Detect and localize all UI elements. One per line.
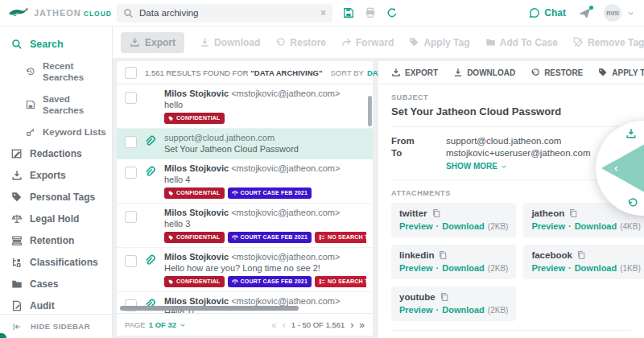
preview-link[interactable]: Preview <box>399 221 433 231</box>
radial-collapse-chevron-icon[interactable]: ‹ <box>614 162 617 174</box>
email-subject: Set Your Jatheon Cloud Password <box>164 144 299 155</box>
row-checkbox[interactable] <box>125 167 137 179</box>
attachment-size: (4KB) <box>620 222 641 231</box>
add-to-case-button[interactable]: Add To Case <box>485 37 558 48</box>
detail-restore-button[interactable]: RESTORE <box>530 68 583 77</box>
notification-dot <box>589 6 593 10</box>
row-checkbox[interactable] <box>125 211 137 223</box>
attachment-card: linkedin Preview · Download (2KB) <box>391 245 516 279</box>
tag-pill-confidential: CONFIDENTIAL <box>164 113 225 124</box>
select-all-checkbox[interactable] <box>125 67 137 79</box>
link-separator: · <box>568 263 572 273</box>
sidebar-item-personal-tags[interactable]: Personal Tags <box>11 192 112 203</box>
restore-button[interactable]: Restore <box>275 37 326 48</box>
attachments-label: ATTACHMENTS <box>391 189 631 197</box>
detail-apply-tag-button[interactable]: APPLY TAG <box>598 68 644 77</box>
restore-icon <box>275 37 286 47</box>
history-icon <box>26 67 35 76</box>
preview-link[interactable]: Preview <box>531 221 565 231</box>
remove-tag-button[interactable]: Remove Tag <box>573 37 644 48</box>
email-list: Milos Stojkovic <mstojkovic@jatheon.com>… <box>117 84 373 313</box>
floppy-icon <box>26 100 35 109</box>
email-row[interactable]: support@cloud.jatheon.com Set Your Jathe… <box>117 129 373 159</box>
row-checkbox[interactable] <box>125 92 137 104</box>
email-summary: support@cloud.jatheon.com Set Your Jathe… <box>164 133 299 155</box>
email-sender: Milos Stojkovic <mstojkovic@jatheon.com> <box>164 252 366 263</box>
jatheon-logo[interactable]: JATHEONCLOUD <box>0 6 117 19</box>
prev-page-button[interactable]: ‹ <box>283 321 286 329</box>
export-button[interactable]: Export <box>121 32 184 53</box>
search-input[interactable] <box>139 8 315 18</box>
download-link[interactable]: Download <box>442 305 485 315</box>
detail-actions: EXPORT DOWNLOAD RESTORE APPLY TAG ··· MO… <box>378 61 644 84</box>
redact-icon <box>11 148 23 159</box>
email-subject: hello 4 <box>164 175 340 186</box>
email-row[interactable]: Milos Stojkovic <mstojkovic@jatheon.com>… <box>117 248 373 292</box>
radial-download-icon[interactable] <box>625 128 637 139</box>
paper-plane-icon[interactable] <box>578 7 592 19</box>
horizontal-scrollbar[interactable] <box>120 306 299 311</box>
link-separator: · <box>436 263 440 273</box>
copy-icon[interactable] <box>576 250 586 260</box>
download-icon <box>200 37 210 47</box>
sidebar-item-redactions[interactable]: Redactions <box>11 148 112 159</box>
sidebar-item-exports[interactable]: Exports <box>11 170 112 181</box>
hide-sidebar-button[interactable]: HIDE SIDEBAR <box>0 314 112 338</box>
subject-label: SUBJECT <box>391 93 631 101</box>
row-checkbox[interactable] <box>125 255 137 267</box>
search-icon <box>123 8 134 19</box>
folder-icon <box>485 37 496 47</box>
copy-icon[interactable] <box>440 292 449 302</box>
download-button[interactable]: Download <box>200 37 260 48</box>
copy-icon[interactable] <box>438 250 448 260</box>
forward-icon <box>341 37 352 47</box>
subject-value: Set Your Jatheon Cloud Password <box>391 105 631 117</box>
folder-icon <box>11 278 23 290</box>
download-link[interactable]: Download <box>575 221 617 231</box>
chat-button[interactable]: Chat <box>529 7 566 19</box>
save-search-icon[interactable] <box>343 7 354 19</box>
sidebar-item-audit[interactable]: Audit <box>11 300 112 311</box>
next-page-button[interactable]: › <box>350 321 353 329</box>
account-chevron-down-icon[interactable] <box>627 10 634 17</box>
vertical-scrollbar[interactable] <box>368 96 372 126</box>
sidebar-item-legal-hold[interactable]: Legal Hold <box>11 213 112 225</box>
attachment-size: (2KB) <box>488 222 509 231</box>
preview-link[interactable]: Preview <box>399 305 433 315</box>
download-link[interactable]: Download <box>442 221 485 231</box>
sidebar-item-keyword-lists[interactable]: Keyword Lists <box>26 126 112 138</box>
detail-download-button[interactable]: DOWNLOAD <box>453 68 515 77</box>
first-page-button[interactable]: « <box>271 321 277 329</box>
print-icon[interactable] <box>365 7 376 19</box>
tag-icon <box>409 37 419 47</box>
copy-icon[interactable] <box>568 208 578 218</box>
preview-link[interactable]: Preview <box>399 263 433 273</box>
detail-export-button[interactable]: EXPORT <box>391 68 438 77</box>
email-row[interactable]: Milos Stojkovic <mstojkovic@jatheon.com>… <box>117 159 373 204</box>
sidebar-item-search[interactable]: Search <box>11 39 112 50</box>
download-link[interactable]: Download <box>442 263 485 273</box>
radial-restore-icon[interactable] <box>627 197 638 208</box>
sidebar-item-retention[interactable]: Retention <box>11 235 112 246</box>
sidebar-item-classifications[interactable]: Classifications <box>11 257 112 268</box>
email-row[interactable]: Milos Stojkovic <mstojkovic@jatheon.com>… <box>117 204 373 248</box>
link-separator: · <box>436 221 440 231</box>
row-checkbox[interactable] <box>125 136 137 148</box>
download-link[interactable]: Download <box>575 263 617 273</box>
copy-icon[interactable] <box>431 208 441 218</box>
sidebar-item-recent-searches[interactable]: Recent Searches <box>26 60 112 83</box>
apply-tag-button[interactable]: Apply Tag <box>409 37 469 48</box>
sidebar-item-saved-searches[interactable]: Saved Searches <box>26 93 112 116</box>
page-selector[interactable]: PAGE 1 OF 32 <box>125 320 186 329</box>
avatar[interactable]: mm <box>604 4 621 22</box>
email-subject: hello <box>164 100 340 111</box>
tag-pill-court: COURT CASE FEB 2021 <box>228 232 312 243</box>
last-page-button[interactable]: » <box>359 321 365 329</box>
email-row[interactable]: Milos Stojkovic <mstojkovic@jatheon.com>… <box>117 84 373 129</box>
search-box[interactable]: × <box>117 4 332 23</box>
clear-search-icon[interactable]: × <box>320 7 326 19</box>
preview-link[interactable]: Preview <box>531 263 565 273</box>
sidebar-item-cases[interactable]: Cases <box>11 278 112 290</box>
refresh-icon[interactable] <box>386 7 398 19</box>
forward-button[interactable]: Forward <box>341 37 394 48</box>
